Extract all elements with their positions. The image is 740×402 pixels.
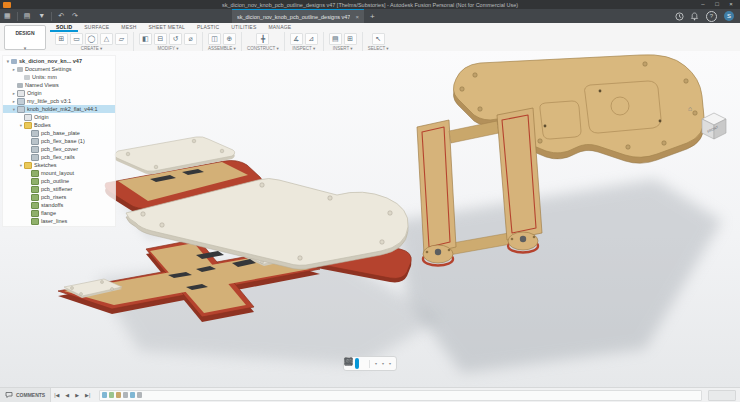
browser-item[interactable]: laser_lines	[3, 217, 115, 225]
browser-item[interactable]: pcb_flex_cover	[3, 145, 115, 153]
browser-item[interactable]: ▾Bodies	[3, 121, 115, 129]
new-tab-button[interactable]: +	[364, 12, 381, 21]
tool-icon[interactable]: ↺	[169, 33, 182, 45]
timeline-go-start-button[interactable]: |◀	[51, 388, 62, 402]
tool-icon[interactable]: ⌀	[184, 33, 197, 45]
data-panel-icon[interactable]: ▦	[0, 9, 15, 23]
browser-item[interactable]: Named Views	[3, 81, 115, 89]
browser-item[interactable]: pcb_risers	[3, 193, 115, 201]
browser-item[interactable]: ▸Origin	[3, 89, 115, 97]
body-icon	[31, 130, 39, 137]
tool-icon[interactable]: ⊞	[344, 33, 357, 45]
grid-snaps-icon[interactable]: ▾	[379, 358, 386, 369]
ribbon-toolbar: DESIGN▾ SOLID SURFACE MESH SHEET METAL P…	[0, 23, 740, 52]
timeline-feature-marker[interactable]	[116, 392, 121, 398]
sketch-icon	[31, 170, 39, 177]
timeline-feature-marker[interactable]	[123, 392, 128, 398]
workspace-selector[interactable]: DESIGN▾	[4, 25, 46, 50]
workspace-label: DESIGN	[5, 30, 45, 36]
tool-icon[interactable]: ◫	[208, 33, 221, 45]
window-title: sk_dicion_nov_knob_pcb_outline_designs v…	[0, 2, 740, 8]
tool-icon[interactable]: ↖	[372, 33, 385, 45]
tool-icon[interactable]: ⊞	[55, 33, 68, 45]
save-icon[interactable]: ▼	[34, 9, 49, 23]
tab-sheet-metal[interactable]: SHEET METAL	[143, 23, 191, 32]
tab-plastic[interactable]: PLASTIC	[191, 23, 225, 32]
tool-icon[interactable]: ▱	[115, 33, 128, 45]
browser-item[interactable]: pcb_stiffener	[3, 185, 115, 193]
tool-icon[interactable]: △	[100, 33, 113, 45]
browser-item[interactable]: pcb_outline	[3, 177, 115, 185]
display-settings-icon[interactable]: ▾	[372, 358, 379, 369]
browser-item-label: pcb_flex_base (1)	[41, 138, 85, 144]
comments-button[interactable]: COMMENTS	[0, 388, 51, 402]
browser-item[interactable]: Origin	[3, 113, 115, 121]
body-icon	[31, 138, 39, 145]
undo-icon[interactable]: ↶	[54, 9, 68, 23]
redo-icon[interactable]: ↷	[68, 9, 82, 23]
browser-item[interactable]: ▸Document Settings	[3, 65, 115, 73]
tab-utilities[interactable]: UTILITIES	[225, 23, 262, 32]
sketch-icon	[31, 218, 39, 225]
tool-icon[interactable]: ◯	[85, 33, 98, 45]
chevron-down-icon: ▾	[389, 361, 391, 366]
browser-item-label: Origin	[34, 114, 49, 120]
tool-icon[interactable]: ⊕	[223, 33, 236, 45]
tab-surface[interactable]: SURFACE	[78, 23, 115, 32]
timeline-zoom-control[interactable]	[708, 390, 736, 401]
home-view-icon[interactable]: ⌂	[688, 105, 692, 112]
browser-item-label: standoffs	[41, 202, 63, 208]
tool-icon[interactable]: ╋	[256, 33, 269, 45]
group-construct: ╋ CONSTRUCT ▾	[242, 32, 285, 51]
browser-item[interactable]: Units: mm	[3, 73, 115, 81]
tool-icon[interactable]: ∡	[290, 33, 303, 45]
document-tab[interactable]: sk_dicion_nov_knob_pcb_outline_designs v…	[232, 9, 364, 24]
browser-item-selected[interactable]: ▾knob_holder_mk2_flat_v44:1	[3, 105, 115, 113]
origin-icon	[17, 90, 25, 97]
document-tab-close-icon[interactable]: ×	[355, 14, 359, 20]
tab-manage[interactable]: MANAGE	[262, 23, 297, 32]
browser-root[interactable]: ▾sk_dicion_nov_kn... v47	[3, 57, 115, 65]
browser-item[interactable]: pcb_base_plate	[3, 129, 115, 137]
tab-solid[interactable]: SOLID	[50, 23, 78, 32]
fusion-app-window: sk_dicion_nov_knob_pcb_outline_designs v…	[0, 0, 740, 402]
help-icon[interactable]: ?	[706, 11, 717, 22]
folder-icon	[24, 122, 32, 129]
browser-item[interactable]: pcb_flex_base (1)	[3, 137, 115, 145]
ribbon-tabs: SOLID SURFACE MESH SHEET METAL PLASTIC U…	[50, 23, 297, 32]
user-avatar[interactable]: S	[724, 11, 734, 21]
browser-item[interactable]: flange	[3, 209, 115, 217]
browser-item[interactable]: ▸my_little_pcb v3:1	[3, 97, 115, 105]
timeline-track[interactable]	[99, 390, 702, 401]
timeline-feature-marker[interactable]	[130, 392, 135, 398]
file-menu-icon[interactable]: ▤	[20, 9, 35, 23]
group-select: ↖ SELECT ▾	[363, 32, 394, 51]
tool-icon[interactable]: ▭	[70, 33, 83, 45]
group-modify: ◧ ⊟ ↺ ⌀ MODIFY ▾	[134, 32, 203, 51]
viewports-icon[interactable]: ▾	[386, 358, 393, 369]
tab-mesh[interactable]: MESH	[115, 23, 142, 32]
view-cube[interactable]: ⌂ FRONT	[694, 107, 734, 143]
browser-item[interactable]: pcb_flex_rails	[3, 153, 115, 161]
browser-item-label: laser_lines	[41, 218, 67, 224]
timeline-play-button[interactable]: ▶	[72, 388, 82, 402]
browser-item[interactable]: ▾Sketches	[3, 161, 115, 169]
tool-icon[interactable]: ◧	[139, 33, 152, 45]
browser-item[interactable]: mount_layout	[3, 169, 115, 177]
browser-item[interactable]: standoffs	[3, 201, 115, 209]
chevron-down-icon: ▾	[375, 361, 377, 366]
timeline-step-back-button[interactable]: ◀	[62, 388, 72, 402]
timeline-feature-marker[interactable]	[137, 392, 142, 398]
comments-label: COMMENTS	[16, 392, 45, 398]
timeline-go-end-button[interactable]: ▶|	[82, 388, 93, 402]
timeline-feature-marker[interactable]	[102, 392, 107, 398]
document-icon	[11, 59, 17, 64]
tool-icon[interactable]: ▤	[329, 33, 342, 45]
fit-icon[interactable]	[363, 358, 367, 369]
tool-icon[interactable]: ⊿	[305, 33, 318, 45]
browser-item-label: flange	[41, 210, 56, 216]
tool-icon[interactable]: ⊟	[154, 33, 167, 45]
browser-item-label: Sketches	[34, 162, 57, 168]
browser-item-label: pcb_stiffener	[41, 186, 72, 192]
timeline-feature-marker[interactable]	[109, 392, 114, 398]
